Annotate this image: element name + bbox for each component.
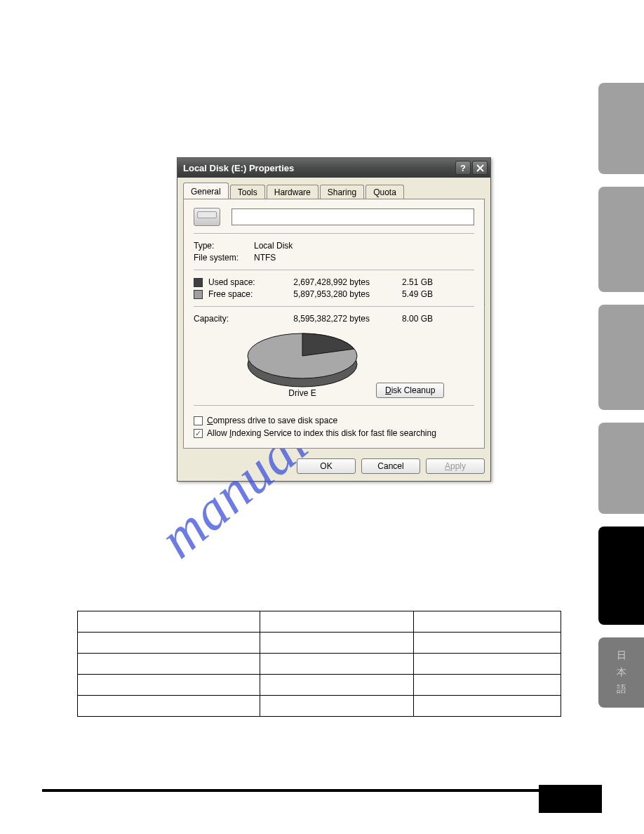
window-title: Local Disk (E:) Properties: [183, 163, 454, 173]
side-tab-char-2: 本: [617, 666, 626, 679]
used-label: Used space:: [208, 277, 275, 287]
drive-icon: [194, 208, 220, 226]
side-tabs: 日 本 語: [598, 0, 644, 720]
tab-quota[interactable]: Quota: [365, 185, 404, 199]
footer-page-block: [539, 785, 602, 813]
tab-row: General Tools Hardware Sharing Quota: [177, 178, 490, 199]
side-tab-char-3: 語: [617, 683, 626, 696]
side-tab-3[interactable]: [598, 305, 644, 410]
used-bytes: 2,697,428,992 bytes: [275, 277, 384, 287]
titlebar[interactable]: Local Disk (E:) Properties ?: [177, 158, 490, 178]
apply-button[interactable]: Apply: [426, 458, 485, 474]
divider: [194, 233, 474, 234]
free-gb: 5.49 GB: [384, 289, 433, 299]
general-panel: Type: Local Disk File system: NTFS Used …: [183, 199, 485, 449]
dialog-buttons: OK Cancel Apply: [177, 454, 490, 481]
tab-general[interactable]: General: [183, 183, 229, 199]
used-gb: 2.51 GB: [384, 277, 433, 287]
capacity-gb: 8.00 GB: [384, 314, 433, 324]
close-icon: [476, 164, 484, 172]
properties-dialog: Local Disk (E:) Properties ? General Too…: [177, 157, 491, 482]
side-tab-2[interactable]: [598, 187, 644, 292]
capacity-bytes: 8,595,382,272 bytes: [275, 314, 384, 324]
side-tab-5[interactable]: [598, 527, 644, 625]
pie-chart: [243, 329, 362, 385]
used-swatch-icon: [194, 278, 203, 287]
ok-button[interactable]: OK: [297, 458, 356, 474]
divider: [194, 306, 474, 307]
table-row: [78, 654, 561, 675]
side-tab-4[interactable]: [598, 423, 644, 514]
free-bytes: 5,897,953,280 bytes: [275, 289, 384, 299]
type-label: Type:: [194, 241, 254, 251]
table-row: [78, 696, 561, 717]
tab-tools[interactable]: Tools: [230, 185, 265, 199]
side-tab-char-1: 日: [617, 649, 626, 662]
cancel-button[interactable]: Cancel: [361, 458, 420, 474]
compress-label: Compress drive to save disk space: [207, 416, 337, 425]
fs-value: NTFS: [254, 253, 276, 263]
footer-rule: [42, 789, 588, 792]
divider: [194, 405, 474, 406]
close-button[interactable]: [472, 161, 488, 175]
free-label: Free space:: [208, 289, 275, 299]
pie-caption: Drive E: [288, 388, 316, 398]
table-row: [78, 633, 561, 654]
volume-label-input[interactable]: [232, 208, 474, 225]
tab-hardware[interactable]: Hardware: [267, 185, 318, 199]
indexing-checkbox[interactable]: ✓: [194, 429, 203, 438]
table-row: [78, 611, 561, 633]
table-row: [78, 675, 561, 696]
divider: [194, 270, 474, 270]
type-value: Local Disk: [254, 241, 293, 251]
capacity-label: Capacity:: [194, 314, 275, 324]
free-swatch-icon: [194, 290, 203, 299]
disk-cleanup-button[interactable]: Disk Cleanup: [376, 383, 444, 398]
fs-label: File system:: [194, 253, 254, 263]
indexing-label: Allow Indexing Service to index this dis…: [207, 428, 436, 438]
side-tab-6[interactable]: 日 本 語: [598, 637, 644, 708]
tab-sharing[interactable]: Sharing: [320, 185, 364, 199]
data-table: [77, 611, 561, 717]
side-tab-1[interactable]: [598, 83, 644, 174]
help-button[interactable]: ?: [455, 161, 471, 175]
compress-checkbox[interactable]: [194, 416, 203, 425]
